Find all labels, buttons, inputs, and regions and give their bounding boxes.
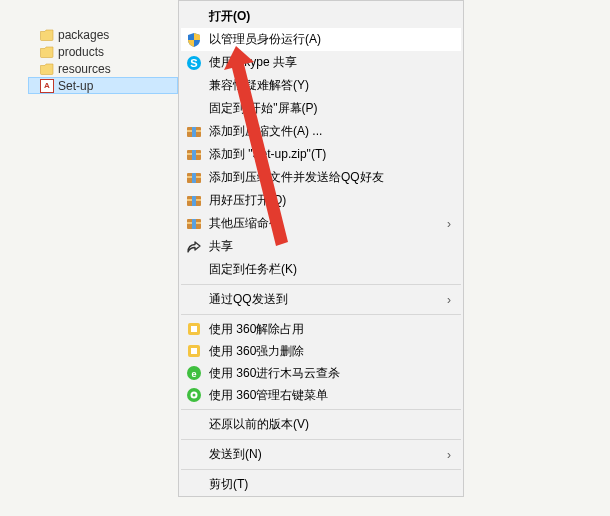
menu-archive-send-qq[interactable]: 添加到压缩文件并发送给QQ好友 (181, 166, 461, 189)
skype-icon: S (185, 54, 203, 72)
archive-icon (185, 146, 203, 164)
tree-label: products (58, 45, 104, 59)
menu-separator (181, 469, 461, 470)
menu-share[interactable]: 共享 (181, 235, 461, 258)
svg-rect-16 (192, 219, 196, 229)
folder-icon (40, 46, 54, 58)
context-menu: 打开(O) 以管理员身份运行(A) S 使用 Skype 共享 兼容性疑难解答(… (178, 0, 464, 497)
360-yellow-icon (185, 342, 203, 360)
tree-item-packages[interactable]: packages (28, 26, 178, 43)
menu-skype-share[interactable]: S 使用 Skype 共享 (181, 51, 461, 74)
menu-360-trojan-scan[interactable]: e 使用 360进行木马云查杀 (181, 362, 461, 384)
tree-label: Set-up (58, 79, 93, 93)
tree-item-resources[interactable]: resources (28, 60, 178, 77)
tree-item-products[interactable]: products (28, 43, 178, 60)
chevron-right-icon: › (441, 448, 457, 462)
adobe-setup-icon: A (40, 79, 54, 93)
menu-compatibility[interactable]: 兼容性疑难解答(Y) (181, 74, 461, 97)
archive-icon (185, 123, 203, 141)
menu-cut[interactable]: 剪切(T) (181, 473, 461, 496)
file-tree: packages products resources A Set-up (28, 26, 178, 94)
tree-label: packages (58, 28, 109, 42)
menu-360-manage-context[interactable]: 使用 360管理右键菜单 (181, 384, 461, 406)
svg-rect-10 (192, 173, 196, 183)
share-icon (185, 238, 203, 256)
svg-rect-18 (191, 326, 197, 332)
chevron-right-icon: › (441, 293, 457, 307)
svg-text:S: S (190, 57, 197, 69)
chevron-right-icon: › (441, 217, 457, 231)
360-green-icon (185, 386, 203, 404)
archive-icon (185, 215, 203, 233)
menu-360-force-delete[interactable]: 使用 360强力删除 (181, 340, 461, 362)
svg-point-25 (193, 394, 196, 397)
folder-icon (40, 29, 54, 41)
menu-360-unlock[interactable]: 使用 360解除占用 (181, 318, 461, 340)
archive-icon (185, 192, 203, 210)
menu-separator (181, 409, 461, 410)
svg-rect-7 (192, 150, 196, 160)
menu-add-archive[interactable]: 添加到压缩文件(A) ... (181, 120, 461, 143)
shield-icon (185, 31, 203, 49)
menu-haozip-open[interactable]: 用好压打开(Q) (181, 189, 461, 212)
menu-other-archive[interactable]: 其他压缩命令 › (181, 212, 461, 235)
menu-separator (181, 314, 461, 315)
menu-separator (181, 439, 461, 440)
menu-run-as-admin[interactable]: 以管理员身份运行(A) (181, 28, 461, 51)
svg-rect-20 (191, 348, 197, 354)
tree-label: resources (58, 62, 111, 76)
menu-add-zip[interactable]: 添加到 "Set-up.zip"(T) (181, 143, 461, 166)
menu-pin-start[interactable]: 固定到"开始"屏幕(P) (181, 97, 461, 120)
menu-send-to[interactable]: 发送到(N) › (181, 443, 461, 466)
svg-rect-13 (192, 196, 196, 206)
archive-icon (185, 169, 203, 187)
menu-open[interactable]: 打开(O) (181, 5, 461, 28)
menu-separator (181, 284, 461, 285)
menu-restore-previous[interactable]: 还原以前的版本(V) (181, 413, 461, 436)
svg-rect-4 (192, 127, 196, 137)
360-green-e-icon: e (185, 364, 203, 382)
360-yellow-icon (185, 320, 203, 338)
folder-icon (40, 63, 54, 75)
tree-item-setup[interactable]: A Set-up (28, 77, 178, 94)
blank-icon (185, 8, 203, 26)
svg-text:e: e (191, 369, 196, 379)
menu-pin-taskbar[interactable]: 固定到任务栏(K) (181, 258, 461, 281)
menu-qq-send-to[interactable]: 通过QQ发送到 › (181, 288, 461, 311)
